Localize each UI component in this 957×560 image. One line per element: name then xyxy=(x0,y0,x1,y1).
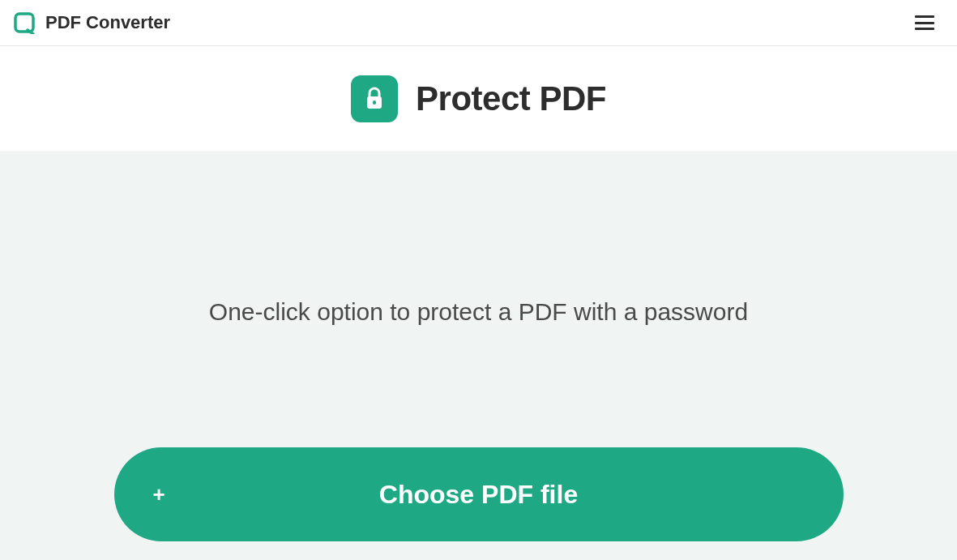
svg-rect-0 xyxy=(15,14,33,32)
brand-name: PDF Converter xyxy=(45,12,170,33)
logo-icon xyxy=(13,11,36,34)
header: PDF Converter xyxy=(0,0,957,46)
page-title: Protect PDF xyxy=(416,79,606,118)
hamburger-icon xyxy=(915,28,934,30)
menu-button[interactable] xyxy=(915,15,934,30)
choose-file-button[interactable]: + Choose PDF file xyxy=(114,447,844,541)
choose-file-label: Choose PDF file xyxy=(379,480,578,510)
main-area: One-click option to protect a PDF with a… xyxy=(0,152,957,560)
lock-icon xyxy=(351,75,398,122)
description: One-click option to protect a PDF with a… xyxy=(0,298,957,326)
plus-icon: + xyxy=(153,482,165,507)
hamburger-icon xyxy=(915,15,934,18)
hamburger-icon xyxy=(915,22,934,24)
brand[interactable]: PDF Converter xyxy=(13,11,170,34)
title-section: Protect PDF xyxy=(0,46,957,152)
svg-rect-2 xyxy=(373,100,376,105)
